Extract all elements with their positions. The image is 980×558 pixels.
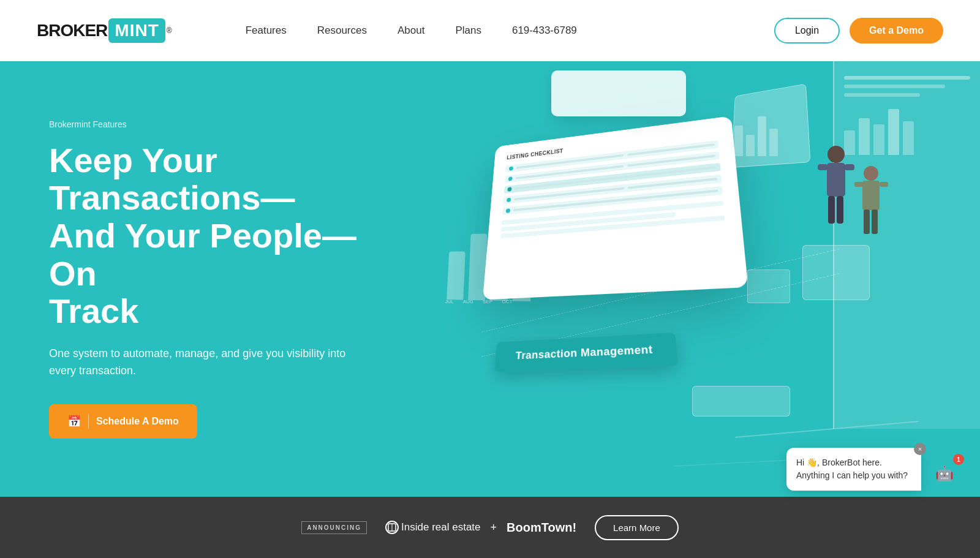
nav-about[interactable]: About <box>398 25 424 37</box>
bar-1 <box>447 252 466 300</box>
logo: BROKER MINT ® <box>37 18 172 43</box>
iso-box-small <box>747 270 790 303</box>
logo-broker-text: BROKER <box>37 21 107 40</box>
bar-label-4: OCT <box>499 299 516 304</box>
svg-rect-4 <box>818 164 827 170</box>
person-figure-2 <box>851 162 891 242</box>
tablet-dot-2 <box>508 176 513 181</box>
svg-rect-9 <box>872 209 878 234</box>
header: BROKER MINT ® Features Resources About P… <box>0 0 980 61</box>
tablet-dot-5 <box>506 208 510 213</box>
screen-bar-4 <box>888 109 899 155</box>
iso-tablet: LISTING CHECKLIST <box>483 116 748 300</box>
announcing-badge: ANNOUNCING <box>301 521 367 534</box>
right-bar-1 <box>734 126 743 156</box>
chat-bubble: × Hi 👋, BrokerBot here. Anything I can h… <box>786 448 921 491</box>
schedule-demo-label: Schedule A Demo <box>96 416 179 427</box>
tablet-dot-3 <box>507 187 511 192</box>
svg-point-0 <box>827 146 845 163</box>
chat-avatar[interactable]: 🤖 1 <box>927 456 962 491</box>
nav-resources[interactable]: Resources <box>317 25 367 37</box>
header-actions: Login Get a Demo <box>774 18 943 43</box>
partner2-label: BoomTown! <box>507 521 576 535</box>
hero-section: Brokermint Features Keep Your Transactio… <box>0 61 980 497</box>
chat-notification-badge: 1 <box>953 454 964 465</box>
iso-small-card <box>692 386 790 417</box>
logo-mint-text: MINT <box>108 18 165 43</box>
close-icon: × <box>918 444 922 454</box>
iso-box-medium <box>802 245 870 300</box>
hero-eyebrow: Brokermint Features <box>49 119 368 129</box>
partner1-label: Inside real estate <box>401 521 480 533</box>
hero-subtitle: One system to automate, manage, and give… <box>49 345 368 380</box>
svg-rect-1 <box>827 163 845 197</box>
screen-bars <box>844 109 970 155</box>
button-divider <box>88 414 89 429</box>
svg-rect-2 <box>828 196 835 224</box>
right-bar-4 <box>769 129 778 156</box>
hero-illustration: JUL AUG SEP OCT LISTING CHECKLIST <box>429 61 980 497</box>
floating-card-top <box>551 70 686 116</box>
inside-icon <box>385 521 399 534</box>
chat-widget: × Hi 👋, BrokerBot here. Anything I can h… <box>786 448 962 491</box>
hero-title: Keep Your Transactions—And Your People—O… <box>49 141 368 330</box>
screen-line-2 <box>844 85 945 88</box>
svg-point-6 <box>864 166 878 181</box>
nav-phone: 619-433-6789 <box>512 25 577 37</box>
tablet-dot-1 <box>509 166 513 170</box>
right-bar-2 <box>746 135 755 156</box>
schedule-demo-button[interactable]: 📅 Schedule A Demo <box>49 404 197 439</box>
transaction-management-label: Transaction Management <box>494 333 677 372</box>
chat-close-button[interactable]: × <box>914 443 926 455</box>
bar-label-3: SEP <box>479 299 496 304</box>
svg-rect-7 <box>862 181 880 210</box>
partner-plus: + <box>491 521 497 534</box>
bar-chart-labels: JUL AUG SEP OCT <box>441 299 516 304</box>
partner-inside: Inside real estate <box>385 521 480 534</box>
svg-rect-11 <box>880 182 888 187</box>
get-demo-button[interactable]: Get a Demo <box>850 18 943 43</box>
tablet-dot-4 <box>507 198 511 203</box>
card-line-2 <box>561 86 642 91</box>
right-bar-3 <box>758 116 766 156</box>
main-nav: Features Resources About Plans 619-433-6… <box>246 25 774 37</box>
logo-registered: ® <box>167 26 172 35</box>
screen-line-1 <box>844 76 970 80</box>
calendar-icon: 📅 <box>67 415 81 428</box>
svg-rect-10 <box>854 182 863 187</box>
svg-rect-3 <box>837 196 843 224</box>
partner-logos: Inside real estate + BoomTown! <box>385 521 576 535</box>
chat-message: Hi 👋, BrokerBot here. Anything I can hel… <box>796 458 908 480</box>
nav-plans[interactable]: Plans <box>455 25 481 37</box>
bar-label-2: AUG <box>460 299 477 304</box>
accent-line-1 <box>735 421 918 438</box>
svg-rect-8 <box>864 209 870 234</box>
nav-features[interactable]: Features <box>246 25 287 37</box>
learn-more-button[interactable]: Learn More <box>595 515 679 540</box>
screen-line-3 <box>844 93 920 97</box>
screen-bar-3 <box>873 124 884 155</box>
bottom-bar: ANNOUNCING Inside real estate + BoomTown… <box>0 497 980 558</box>
login-button[interactable]: Login <box>774 18 840 43</box>
card-line-3 <box>561 95 619 100</box>
inside-logo-svg <box>388 523 396 532</box>
bar-label-1: JUL <box>441 299 458 304</box>
chat-robot-icon: 🤖 <box>935 465 954 482</box>
screen-bar-5 <box>903 121 914 155</box>
card-line-1 <box>561 78 676 83</box>
bar-chart-right <box>734 116 778 156</box>
hero-content: Brokermint Features Keep Your Transactio… <box>0 119 368 439</box>
